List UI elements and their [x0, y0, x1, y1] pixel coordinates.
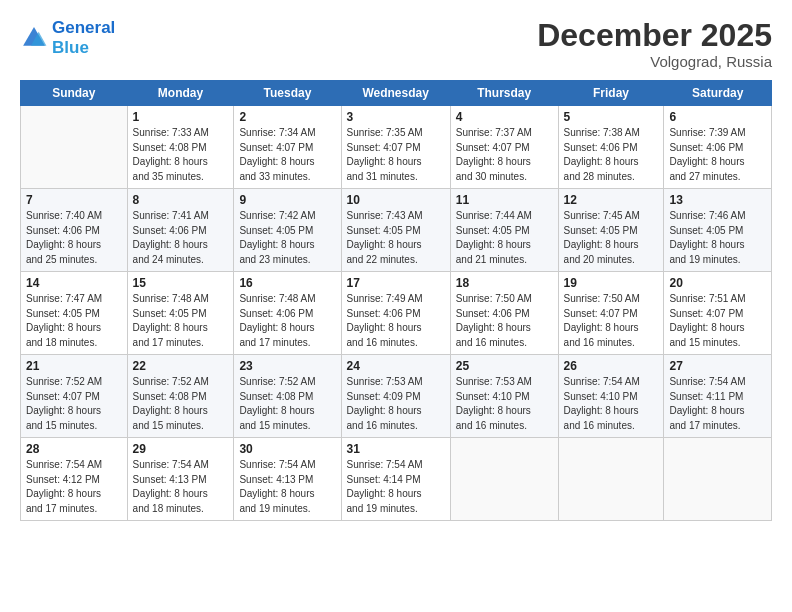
day-number: 19 — [564, 276, 659, 290]
day-number: 27 — [669, 359, 766, 373]
sunset-text: Sunset: 4:05 PM — [564, 224, 659, 239]
day-info: Sunrise: 7:47 AMSunset: 4:05 PMDaylight:… — [26, 292, 122, 350]
logo-icon — [20, 24, 48, 52]
calendar-cell: 5Sunrise: 7:38 AMSunset: 4:06 PMDaylight… — [558, 106, 664, 189]
weekday-header-thursday: Thursday — [450, 81, 558, 106]
sunrise-text: Sunrise: 7:44 AM — [456, 209, 553, 224]
day-number: 26 — [564, 359, 659, 373]
sunrise-text: Sunrise: 7:40 AM — [26, 209, 122, 224]
daylight-text: Daylight: 8 hoursand 16 minutes. — [347, 404, 445, 433]
sunset-text: Sunset: 4:06 PM — [239, 307, 335, 322]
day-number: 13 — [669, 193, 766, 207]
sunset-text: Sunset: 4:06 PM — [456, 307, 553, 322]
day-number: 9 — [239, 193, 335, 207]
day-info: Sunrise: 7:54 AMSunset: 4:13 PMDaylight:… — [133, 458, 229, 516]
calendar-cell: 12Sunrise: 7:45 AMSunset: 4:05 PMDayligh… — [558, 189, 664, 272]
sunrise-text: Sunrise: 7:54 AM — [239, 458, 335, 473]
day-info: Sunrise: 7:41 AMSunset: 4:06 PMDaylight:… — [133, 209, 229, 267]
sunset-text: Sunset: 4:05 PM — [669, 224, 766, 239]
logo: General Blue — [20, 18, 115, 57]
weekday-header-tuesday: Tuesday — [234, 81, 341, 106]
sunrise-text: Sunrise: 7:46 AM — [669, 209, 766, 224]
day-info: Sunrise: 7:48 AMSunset: 4:06 PMDaylight:… — [239, 292, 335, 350]
sunrise-text: Sunrise: 7:50 AM — [564, 292, 659, 307]
sunrise-text: Sunrise: 7:48 AM — [239, 292, 335, 307]
month-title: December 2025 — [537, 18, 772, 53]
sunset-text: Sunset: 4:07 PM — [456, 141, 553, 156]
day-number: 22 — [133, 359, 229, 373]
calendar-week-5: 28Sunrise: 7:54 AMSunset: 4:12 PMDayligh… — [21, 438, 772, 521]
calendar-cell: 3Sunrise: 7:35 AMSunset: 4:07 PMDaylight… — [341, 106, 450, 189]
sunrise-text: Sunrise: 7:54 AM — [133, 458, 229, 473]
daylight-text: Daylight: 8 hoursand 15 minutes. — [239, 404, 335, 433]
daylight-text: Daylight: 8 hoursand 21 minutes. — [456, 238, 553, 267]
day-info: Sunrise: 7:45 AMSunset: 4:05 PMDaylight:… — [564, 209, 659, 267]
day-info: Sunrise: 7:49 AMSunset: 4:06 PMDaylight:… — [347, 292, 445, 350]
day-number: 6 — [669, 110, 766, 124]
sunrise-text: Sunrise: 7:54 AM — [564, 375, 659, 390]
sunrise-text: Sunrise: 7:38 AM — [564, 126, 659, 141]
day-info: Sunrise: 7:54 AMSunset: 4:14 PMDaylight:… — [347, 458, 445, 516]
calendar-cell: 26Sunrise: 7:54 AMSunset: 4:10 PMDayligh… — [558, 355, 664, 438]
day-info: Sunrise: 7:38 AMSunset: 4:06 PMDaylight:… — [564, 126, 659, 184]
calendar-cell: 19Sunrise: 7:50 AMSunset: 4:07 PMDayligh… — [558, 272, 664, 355]
calendar-cell: 24Sunrise: 7:53 AMSunset: 4:09 PMDayligh… — [341, 355, 450, 438]
day-number: 30 — [239, 442, 335, 456]
sunset-text: Sunset: 4:07 PM — [669, 307, 766, 322]
daylight-text: Daylight: 8 hoursand 16 minutes. — [347, 321, 445, 350]
daylight-text: Daylight: 8 hoursand 28 minutes. — [564, 155, 659, 184]
day-info: Sunrise: 7:51 AMSunset: 4:07 PMDaylight:… — [669, 292, 766, 350]
calendar-cell: 2Sunrise: 7:34 AMSunset: 4:07 PMDaylight… — [234, 106, 341, 189]
day-info: Sunrise: 7:42 AMSunset: 4:05 PMDaylight:… — [239, 209, 335, 267]
calendar-table: SundayMondayTuesdayWednesdayThursdayFrid… — [20, 80, 772, 521]
sunset-text: Sunset: 4:06 PM — [564, 141, 659, 156]
daylight-text: Daylight: 8 hoursand 20 minutes. — [564, 238, 659, 267]
sunset-text: Sunset: 4:05 PM — [347, 224, 445, 239]
logo-text: General Blue — [52, 18, 115, 57]
sunset-text: Sunset: 4:08 PM — [133, 390, 229, 405]
day-number: 16 — [239, 276, 335, 290]
day-number: 31 — [347, 442, 445, 456]
calendar-page: General Blue December 2025 Volgograd, Ru… — [0, 0, 792, 612]
weekday-header-saturday: Saturday — [664, 81, 772, 106]
sunset-text: Sunset: 4:07 PM — [347, 141, 445, 156]
daylight-text: Daylight: 8 hoursand 24 minutes. — [133, 238, 229, 267]
title-block: December 2025 Volgograd, Russia — [537, 18, 772, 70]
day-info: Sunrise: 7:34 AMSunset: 4:07 PMDaylight:… — [239, 126, 335, 184]
calendar-cell — [450, 438, 558, 521]
sunset-text: Sunset: 4:12 PM — [26, 473, 122, 488]
day-number: 4 — [456, 110, 553, 124]
sunrise-text: Sunrise: 7:33 AM — [133, 126, 229, 141]
weekday-header-row: SundayMondayTuesdayWednesdayThursdayFrid… — [21, 81, 772, 106]
daylight-text: Daylight: 8 hoursand 17 minutes. — [239, 321, 335, 350]
calendar-cell — [21, 106, 128, 189]
sunrise-text: Sunrise: 7:52 AM — [26, 375, 122, 390]
day-info: Sunrise: 7:50 AMSunset: 4:06 PMDaylight:… — [456, 292, 553, 350]
day-number: 11 — [456, 193, 553, 207]
day-info: Sunrise: 7:54 AMSunset: 4:12 PMDaylight:… — [26, 458, 122, 516]
daylight-text: Daylight: 8 hoursand 17 minutes. — [669, 404, 766, 433]
day-info: Sunrise: 7:50 AMSunset: 4:07 PMDaylight:… — [564, 292, 659, 350]
day-info: Sunrise: 7:54 AMSunset: 4:10 PMDaylight:… — [564, 375, 659, 433]
calendar-cell: 15Sunrise: 7:48 AMSunset: 4:05 PMDayligh… — [127, 272, 234, 355]
daylight-text: Daylight: 8 hoursand 23 minutes. — [239, 238, 335, 267]
sunrise-text: Sunrise: 7:49 AM — [347, 292, 445, 307]
daylight-text: Daylight: 8 hoursand 35 minutes. — [133, 155, 229, 184]
day-info: Sunrise: 7:39 AMSunset: 4:06 PMDaylight:… — [669, 126, 766, 184]
header: General Blue December 2025 Volgograd, Ru… — [20, 18, 772, 70]
sunset-text: Sunset: 4:05 PM — [26, 307, 122, 322]
daylight-text: Daylight: 8 hoursand 17 minutes. — [26, 487, 122, 516]
sunset-text: Sunset: 4:06 PM — [347, 307, 445, 322]
day-number: 18 — [456, 276, 553, 290]
weekday-header-monday: Monday — [127, 81, 234, 106]
day-info: Sunrise: 7:52 AMSunset: 4:07 PMDaylight:… — [26, 375, 122, 433]
day-number: 2 — [239, 110, 335, 124]
day-info: Sunrise: 7:48 AMSunset: 4:05 PMDaylight:… — [133, 292, 229, 350]
sunset-text: Sunset: 4:14 PM — [347, 473, 445, 488]
sunrise-text: Sunrise: 7:50 AM — [456, 292, 553, 307]
sunset-text: Sunset: 4:07 PM — [239, 141, 335, 156]
sunset-text: Sunset: 4:09 PM — [347, 390, 445, 405]
logo-blue: Blue — [52, 38, 89, 57]
weekday-header-friday: Friday — [558, 81, 664, 106]
day-number: 23 — [239, 359, 335, 373]
